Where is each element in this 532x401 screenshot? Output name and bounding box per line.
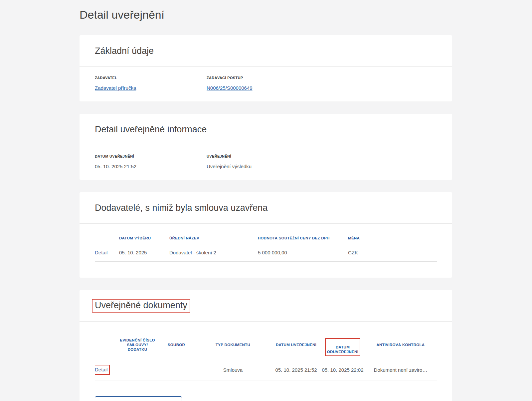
field-uverejneni: UVEŘEJNĚNÍ Uveřejnění výsledku (207, 154, 437, 170)
dodavatele-header-hodnota: HODNOTA SOUTĚŽNÍ CENY BEZ DPH (258, 232, 348, 244)
dokumenty-header-evidencni-cislo: EVIDENČNÍ ČÍSLO SMLOUVY/ DODATKU (117, 330, 158, 360)
dokumenty-cell-datum-uverejneni: 05. 10. 2025 21:52 (271, 360, 321, 380)
dodavatele-header-datum-vyberu: DATUM VÝBĚRU (119, 232, 169, 244)
card-detail-informace-header: Detail uveřejněné informace (80, 114, 452, 145)
field-zadavaci-postup-label: ZADÁVACÍ POSTUP (207, 76, 437, 80)
dokumenty-cell-soubor (158, 360, 195, 380)
card-dokumenty: Uveřejněné dokumenty EVIDENČNÍ ČÍSLO SML… (80, 290, 452, 401)
dodavatele-header-detail (95, 232, 119, 244)
dokumenty-header-datum-uverejneni: DATUM UVEŘEJNĚNÍ (271, 330, 321, 360)
card-detail-informace-body: DATUM UVEŘEJNĚNÍ 05. 10. 2025 21:52 UVEŘ… (80, 145, 452, 180)
dokumenty-cell-antivirova-kontrola: Dokument není zaviro… (364, 360, 437, 380)
annotation-box-detail: Detail (95, 365, 110, 375)
dokumenty-header-typ-dokumentu: TYP DOKUMENTU (195, 330, 271, 360)
dodavatele-header-uredni-nazev: ÚŘEDNÍ NÁZEV (169, 232, 258, 244)
card-dodavatele-header: Dodavatelé, s nimiž byla smlouva uzavřen… (80, 192, 452, 224)
dokumenty-table-row: Detail Smlouva 05. 10. 2025 21:52 05. 10… (95, 360, 437, 380)
dokumenty-table: EVIDENČNÍ ČÍSLO SMLOUVY/ DODATKU SOUBOR … (95, 330, 437, 380)
dokumenty-header-row: EVIDENČNÍ ČÍSLO SMLOUVY/ DODATKU SOUBOR … (95, 330, 437, 360)
annotation-box-header: DATUM ODUVEŘEJNĚNÍ (325, 338, 360, 356)
dokumenty-card-title: Uveřejněné dokumenty (95, 300, 187, 311)
dodavatele-header-mena: MĚNA (348, 232, 437, 244)
card-dodavatele: Dodavatelé, s nimiž byla smlouva uzavřen… (80, 192, 452, 278)
field-zadavatel-label: ZADAVATEL (95, 76, 207, 80)
card-dokumenty-body: EVIDENČNÍ ČÍSLO SMLOUVY/ DODATKU SOUBOR … (80, 322, 452, 401)
zadavatel-link[interactable]: Zadavatel příručka (95, 85, 136, 91)
dokumenty-cell-evidencni-cislo (117, 360, 158, 380)
field-zadavatel: ZADAVATEL Zadavatel příručka (95, 76, 207, 91)
field-datum-uverejneni-label: DATUM UVEŘEJNĚNÍ (95, 154, 207, 159)
dokumenty-header-antivirova-kontrola: ANTIVIROVÁ KONTROLA (364, 330, 437, 360)
card-zakladni-udaje: Základní údaje ZADAVATEL Zadavatel příru… (80, 35, 452, 101)
field-uverejneni-label: UVEŘEJNĚNÍ (207, 154, 437, 159)
card-zakladni-udaje-body: ZADAVATEL Zadavatel příručka ZADÁVACÍ PO… (80, 67, 452, 101)
dokumenty-header-detail (95, 330, 117, 360)
zadavaci-postup-link[interactable]: N006/25/S00000649 (207, 85, 253, 91)
card-dodavatele-title: Dodavatelé, s nimiž byla smlouva uzavřen… (95, 203, 267, 213)
annotation-box-title: Uveřejněné dokumenty (92, 299, 190, 313)
dodavatele-header-row: DATUM VÝBĚRU ÚŘEDNÍ NÁZEV HODNOTA SOUTĚŽ… (95, 232, 437, 244)
main-content: Detail uveřejnění Základní údaje ZADAVAT… (80, 0, 452, 401)
dodavatele-cell-mena: CZK (348, 244, 437, 262)
page-title: Detail uveřejnění (80, 0, 452, 22)
dokumenty-cell-typ-dokumentu: Smlouva (195, 360, 271, 380)
dokumenty-header-soubor: SOUBOR (158, 330, 195, 360)
dokumenty-cell-datum-oduverejneni: 05. 10. 2025 22:02 (321, 360, 364, 380)
dodavatele-cell-datum-vyberu: 05. 10. 2025 (119, 244, 169, 262)
card-dodavatele-body: DATUM VÝBĚRU ÚŘEDNÍ NÁZEV HODNOTA SOUTĚŽ… (80, 224, 452, 278)
field-datum-uverejneni-value: 05. 10. 2025 21:52 (95, 163, 207, 170)
dodavatele-cell-uredni-nazev: Dodavatel - školení 2 (169, 244, 258, 262)
field-datum-uverejneni: DATUM UVEŘEJNĚNÍ 05. 10. 2025 21:52 (95, 154, 207, 170)
datum-oduverejneni-header: DATUM ODUVEŘEJNĚNÍ (327, 345, 358, 354)
card-dokumenty-header: Uveřejněné dokumenty (80, 290, 452, 322)
dodavatele-detail-link[interactable]: Detail (95, 250, 107, 255)
card-detail-informace-title: Detail uveřejněné informace (95, 124, 207, 135)
download-all-attachments-button[interactable]: STÁHNOUT VŠECHNY PŘÍLOHY (95, 396, 182, 401)
field-zadavaci-postup: ZADÁVACÍ POSTUP N006/25/S00000649 (207, 76, 437, 91)
field-uverejneni-value: Uveřejnění výsledku (207, 163, 437, 170)
card-zakladni-udaje-title: Základní údaje (95, 46, 154, 56)
card-detail-informace: Detail uveřejněné informace DATUM UVEŘEJ… (80, 114, 452, 180)
card-zakladni-udaje-header: Základní údaje (80, 35, 452, 67)
dodavatele-cell-hodnota: 5 000 000,00 (258, 244, 348, 262)
dokumenty-detail-link[interactable]: Detail (95, 367, 107, 372)
dodavatele-table: DATUM VÝBĚRU ÚŘEDNÍ NÁZEV HODNOTA SOUTĚŽ… (95, 232, 437, 262)
dodavatele-table-row: Detail 05. 10. 2025 Dodavatel - školení … (95, 244, 437, 262)
